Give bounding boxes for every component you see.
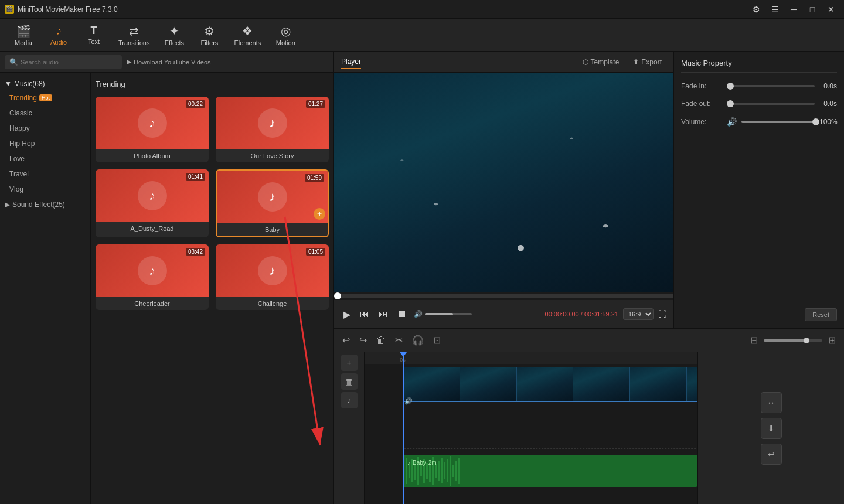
- volume-slider[interactable]: [425, 313, 472, 315]
- section-title: Trending: [96, 77, 329, 91]
- reset-button[interactable]: Reset: [805, 308, 837, 321]
- svg-rect-18: [455, 461, 457, 481]
- play-button[interactable]: ▶: [341, 307, 353, 322]
- fullscreen-button[interactable]: ⛶: [658, 309, 666, 319]
- audio-track-clip[interactable]: ♪ Baby 2m: [403, 455, 697, 487]
- zoom-out-button[interactable]: ⊟: [747, 332, 761, 348]
- redo-button[interactable]: ↪: [356, 332, 370, 348]
- sidebar-item-vlog[interactable]: Vlog: [0, 182, 90, 197]
- timeline-action-3[interactable]: ↩: [761, 444, 782, 465]
- search-box[interactable]: 🔍: [5, 55, 122, 69]
- maximize-button[interactable]: □: [804, 4, 821, 15]
- elements-label: Elements: [234, 39, 261, 46]
- search-icon: 🔍: [9, 58, 18, 66]
- toolbar-media[interactable]: 🎬 Media: [6, 22, 41, 49]
- delete-button[interactable]: 🗑: [373, 333, 389, 348]
- video-track-clip[interactable]: [403, 367, 697, 402]
- sidebar-item-happy[interactable]: Happy: [0, 121, 90, 136]
- export-button[interactable]: ⬆ Export: [628, 57, 666, 67]
- music-group-label: Music(68): [14, 80, 45, 88]
- music-card-our-love-story[interactable]: ♪ 01:27 Our Love Story: [216, 97, 329, 162]
- zoom-thumb[interactable]: [804, 338, 809, 343]
- toolbar-motion[interactable]: ◎ Motion: [268, 22, 303, 49]
- sidebar-item-classic[interactable]: Classic: [0, 105, 90, 121]
- zoom-slider[interactable]: [764, 339, 822, 342]
- volume-label: Volume:: [681, 118, 722, 126]
- toolbar-text[interactable]: T Text: [76, 22, 111, 47]
- music-card-a-dusty-road[interactable]: ♪ 01:41 A_Dusty_Road: [96, 169, 209, 237]
- a-dusty-road-label: A_Dusty_Road: [96, 222, 209, 235]
- aspect-ratio-select[interactable]: 16:9 9:16 1:1 4:3: [623, 308, 654, 320]
- settings-button[interactable]: ⚙: [748, 4, 764, 15]
- export-icon: ⬆: [633, 58, 639, 66]
- toolbar-filters[interactable]: ⚙ Filters: [192, 22, 227, 49]
- music-card-thumb-photo-album: ♪ 00:22: [96, 97, 209, 149]
- sidebar-item-love[interactable]: Love: [0, 151, 90, 166]
- music-group-header[interactable]: ▼ Music(68): [0, 77, 90, 90]
- fade-in-slider[interactable]: [727, 85, 815, 87]
- skip-forward-button[interactable]: ⏭: [376, 307, 390, 322]
- audio-track-icon[interactable]: ♪: [341, 392, 358, 408]
- timeline-action-1[interactable]: ↔: [761, 392, 782, 413]
- fade-in-label: Fade in:: [681, 82, 722, 90]
- timeline-action-2[interactable]: ⬇: [761, 418, 782, 439]
- tab-player[interactable]: Player: [341, 55, 361, 69]
- music-card-photo-album[interactable]: ♪ 00:22 Photo Album: [96, 97, 209, 162]
- classic-label: Classic: [9, 109, 32, 117]
- zoom-fill: [764, 339, 805, 342]
- zoom-in-button[interactable]: ⊞: [825, 332, 839, 348]
- fade-out-slider[interactable]: [727, 103, 815, 105]
- volume-prop-thumb[interactable]: [812, 118, 819, 125]
- sidebar: ▼ Music(68) Trending Hot Classic Happy H…: [0, 73, 91, 504]
- left-panel: 🔍 ▶ Download YouTube Videos ▼ Music(68) …: [0, 52, 334, 504]
- motion-label: Motion: [276, 39, 295, 46]
- love-label: Love: [9, 155, 25, 163]
- player-property: Player ⬡ Template ⬆ Export: [334, 52, 844, 328]
- music-card-baby[interactable]: ♪ 01:59 + Baby: [216, 169, 329, 237]
- music-card-thumb-our-love-story: ♪ 01:27: [216, 97, 329, 149]
- audio-track-name: Baby: [413, 459, 426, 466]
- video-frame-2: [460, 367, 517, 401]
- fade-in-thumb[interactable]: [727, 83, 734, 90]
- timeline-tracks[interactable]: 0s 19.8s 27.9s: [365, 352, 697, 504]
- sidebar-item-trending[interactable]: Trending Hot: [0, 90, 90, 105]
- video-track-row: 🔊: [365, 364, 697, 411]
- time-display: 00:00:00.00 / 00:01:59.21: [545, 311, 618, 318]
- menu-button[interactable]: ☰: [767, 4, 783, 15]
- skip-back-button[interactable]: ⏮: [358, 307, 372, 322]
- sidebar-item-hiphop[interactable]: Hip Hop: [0, 136, 90, 151]
- undo-button[interactable]: ↩: [339, 332, 353, 348]
- sidebar-item-travel[interactable]: Travel: [0, 166, 90, 182]
- toolbar-elements[interactable]: ❖ Elements: [227, 22, 268, 49]
- crop-button[interactable]: ⊡: [430, 332, 444, 348]
- add-track-button[interactable]: +: [341, 355, 358, 371]
- timeline-playhead[interactable]: [403, 352, 404, 504]
- volume-prop-slider[interactable]: [741, 121, 815, 123]
- elements-icon: ❖: [242, 24, 253, 38]
- player-panel: Player ⬡ Template ⬆ Export: [334, 52, 674, 328]
- photo-album-label: Photo Album: [96, 149, 209, 162]
- minimize-button[interactable]: ─: [785, 4, 802, 15]
- music-card-challenge[interactable]: ♪ 01:05 Challenge: [216, 244, 329, 310]
- current-time: 00:00:00.00: [545, 311, 579, 318]
- cut-button[interactable]: ✂: [392, 332, 406, 348]
- download-link[interactable]: ▶ Download YouTube Videos: [127, 58, 211, 66]
- fade-out-thumb[interactable]: [727, 100, 734, 107]
- search-input[interactable]: [21, 59, 117, 66]
- music-card-cheerleader[interactable]: ♪ 03:42 Cheerleader: [96, 244, 209, 310]
- add-to-timeline-button[interactable]: +: [314, 208, 325, 220]
- music-note-icon-3: ♪: [138, 181, 167, 210]
- player-progress-bar[interactable]: [334, 294, 673, 298]
- right-area: Player ⬡ Template ⬆ Export: [334, 52, 844, 504]
- audio-button[interactable]: 🎧: [409, 332, 427, 348]
- toolbar-effects[interactable]: ✦ Effects: [156, 22, 192, 49]
- video-track-icon[interactable]: ▦: [341, 373, 358, 390]
- template-button[interactable]: ⬡ Template: [578, 57, 624, 67]
- progress-thumb[interactable]: [334, 292, 341, 299]
- toolbar-audio[interactable]: ♪ Audio: [41, 22, 76, 48]
- close-button[interactable]: ✕: [823, 4, 839, 15]
- template-icon: ⬡: [583, 58, 588, 66]
- stop-button[interactable]: ⏹: [395, 307, 409, 322]
- toolbar-transitions[interactable]: ⇄ Transitions: [111, 22, 156, 49]
- sound-effect-group-header[interactable]: ▶ Sound Effect(25): [0, 197, 90, 212]
